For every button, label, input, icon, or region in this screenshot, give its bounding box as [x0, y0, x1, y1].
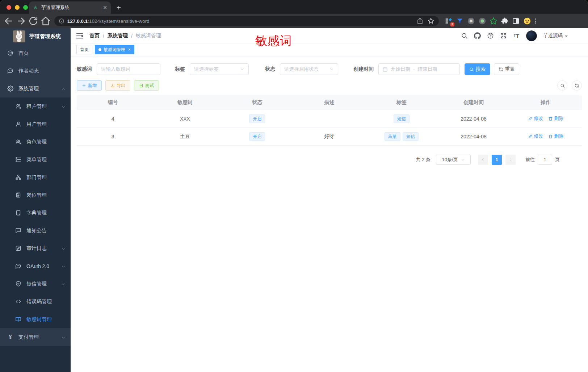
- font-size-icon[interactable]: TT: [513, 32, 520, 39]
- prev-page-button[interactable]: [478, 155, 488, 165]
- vpn-gem-extension-icon[interactable]: [456, 17, 464, 25]
- sidebar-item-openbook[interactable]: 敏感词管理: [0, 310, 71, 328]
- record-circle-extension-icon[interactable]: [478, 17, 486, 25]
- sidebar-item-shield[interactable]: 短信管理: [0, 275, 71, 293]
- sidebar-item-user[interactable]: 用户管理: [0, 115, 71, 133]
- breadcrumb-current: 敏感词管理: [136, 33, 161, 39]
- sidebar-item-gear[interactable]: 系统管理: [0, 80, 71, 97]
- goto-page-input[interactable]: 1: [538, 155, 552, 165]
- sidebar-item-code[interactable]: 错误码管理: [0, 293, 71, 310]
- page-size-select[interactable]: 10条/页: [436, 155, 471, 165]
- bookmark-star-icon[interactable]: [427, 17, 434, 25]
- sidebar-menu: 首页作者动态系统管理租户管理用户管理角色管理菜单管理部门管理岗位管理字典管理通知…: [0, 44, 71, 346]
- sidebar-item-chat[interactable]: 通知公告: [0, 222, 71, 239]
- chevron-down-icon: [565, 35, 568, 37]
- show-search-button[interactable]: [557, 80, 567, 91]
- sidebar-item-label: 通知公告: [26, 227, 66, 234]
- edit-link[interactable]: 修改: [528, 115, 543, 122]
- sidebar-item-label: 审计日志: [26, 245, 56, 252]
- share-icon[interactable]: [416, 17, 424, 25]
- dashboard-icon: [7, 50, 13, 56]
- roles-icon: [15, 139, 21, 145]
- fullscreen-icon[interactable]: [500, 32, 507, 39]
- tab-close-icon[interactable]: ✕: [103, 5, 107, 11]
- apps-grid-extension-icon[interactable]: 9: [445, 17, 453, 25]
- site-info-icon[interactable]: [59, 18, 64, 24]
- address-bar[interactable]: 127.0.0.1:1024/system/sensitive-word: [54, 16, 439, 26]
- tag-select[interactable]: 请选择标签: [190, 63, 249, 75]
- close-window-button[interactable]: [7, 5, 11, 10]
- reload-icon[interactable]: [28, 16, 38, 26]
- chevron-left-icon: [481, 158, 485, 162]
- url-text: 127.0.0.1:1024/system/sensitive-word: [67, 18, 150, 24]
- status-select[interactable]: 请选择启用状态: [280, 63, 338, 75]
- sidebar-item-org[interactable]: 部门管理: [0, 168, 71, 186]
- sidebar-item-roles[interactable]: 角色管理: [0, 133, 71, 151]
- extension-badge: 9: [450, 22, 454, 26]
- download-icon: [110, 83, 115, 88]
- minimize-window-button[interactable]: [15, 5, 20, 10]
- users-icon: [15, 103, 21, 109]
- table-header-row: 编号敏感词状态描述标签创建时间操作: [77, 95, 582, 110]
- sidebar-item-dashboard[interactable]: 首页: [0, 44, 71, 62]
- puzzle-extension-icon[interactable]: [501, 17, 509, 25]
- refresh-table-button[interactable]: [572, 80, 582, 91]
- github-icon[interactable]: [474, 32, 481, 39]
- breadcrumb-system[interactable]: 系统管理: [108, 33, 128, 39]
- window-controls[interactable]: [7, 5, 28, 10]
- document-icon: [139, 83, 143, 88]
- sidebar-item-book[interactable]: 字典管理: [0, 204, 71, 222]
- sidebar-item-logedit[interactable]: 审计日志: [0, 239, 71, 257]
- sidebar-item-label: 支付管理: [18, 334, 56, 340]
- search-button[interactable]: 搜索: [465, 63, 490, 75]
- user-menu[interactable]: 芋道源码: [543, 33, 568, 39]
- next-page-button[interactable]: [505, 155, 516, 165]
- sidebar-item-label: 敏感词管理: [26, 316, 66, 323]
- delete-link[interactable]: 删除: [548, 133, 563, 139]
- add-button[interactable]: 新增: [77, 80, 102, 91]
- date-range-picker[interactable]: 开始日期 - 结束日期: [378, 63, 460, 75]
- column-header: 标签: [365, 95, 437, 110]
- sidebar-item-tree[interactable]: 菜单管理: [0, 151, 71, 168]
- test-button[interactable]: 测试: [134, 80, 159, 91]
- svg-text:⌘: ⌘: [469, 19, 473, 24]
- keyword-input[interactable]: 请输入敏感词: [97, 63, 160, 75]
- close-icon[interactable]: ×: [128, 47, 131, 52]
- new-tab-button[interactable]: [114, 3, 124, 13]
- sidebar-item-badge[interactable]: 岗位管理: [0, 186, 71, 204]
- home-icon[interactable]: [41, 16, 51, 26]
- green-star-extension-icon[interactable]: [490, 17, 497, 25]
- cell-description: [293, 110, 365, 128]
- command-circle-extension-icon[interactable]: ⌘: [467, 17, 475, 25]
- code-icon: [15, 298, 21, 305]
- browser-menu-icon[interactable]: [533, 18, 537, 24]
- sidebar-collapse-icon[interactable]: [76, 32, 84, 40]
- sidebar-item-yen[interactable]: ¥支付管理: [0, 328, 71, 346]
- avatar[interactable]: [526, 30, 537, 41]
- breadcrumb-home[interactable]: 首页: [89, 33, 100, 39]
- page-number-button[interactable]: 1: [492, 155, 502, 165]
- side-panel-extension-icon[interactable]: [512, 17, 520, 25]
- zoom-window-button[interactable]: [23, 5, 28, 10]
- delete-link[interactable]: 删除: [548, 115, 563, 122]
- edit-icon: [528, 116, 533, 121]
- edit-link[interactable]: 修改: [528, 133, 543, 139]
- date-end-placeholder: 结束日期: [418, 66, 437, 72]
- route-tab-1[interactable]: 敏感词管理×: [95, 45, 134, 54]
- sidebar-item-oauth[interactable]: OAuth 2.0: [0, 257, 71, 275]
- delete-icon: [548, 134, 553, 139]
- route-tab-0[interactable]: 首页: [76, 45, 92, 54]
- back-icon[interactable]: [4, 16, 14, 26]
- sidebar-item-users[interactable]: 租户管理: [0, 97, 71, 115]
- help-icon[interactable]: [487, 32, 494, 39]
- reset-button[interactable]: 重置: [494, 63, 519, 75]
- app-logo[interactable]: 芋道管理系统: [0, 28, 71, 44]
- search-icon[interactable]: [461, 32, 468, 39]
- forward-icon[interactable]: [16, 16, 26, 26]
- export-button[interactable]: 导出: [105, 80, 130, 91]
- column-header: 敏感词: [149, 95, 221, 110]
- emoji-face-extension-icon[interactable]: [523, 17, 531, 25]
- sidebar-item-message[interactable]: 作者动态: [0, 62, 71, 80]
- browser-tab[interactable]: 芋道管理系统 ✕: [29, 1, 111, 14]
- username: 芋道源码: [543, 33, 563, 39]
